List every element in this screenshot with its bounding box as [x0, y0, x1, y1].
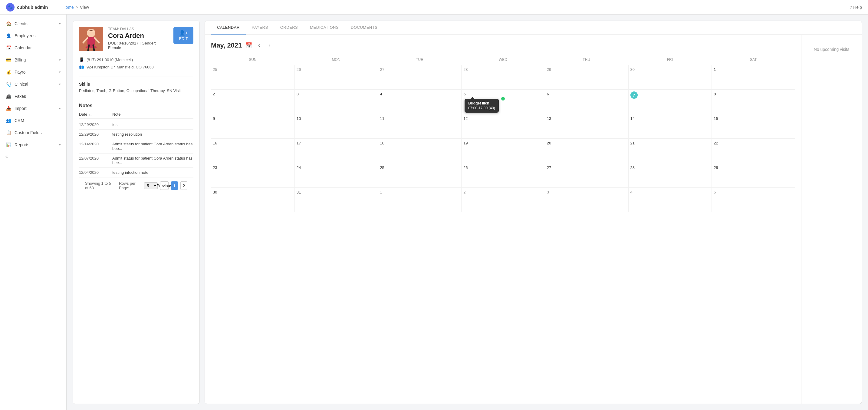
cal-cell-may12[interactable]: 12	[461, 114, 545, 138]
table-row: 12/29/2020 test	[79, 120, 193, 129]
topbar-left: 🐾 cubhub admin Home > View	[6, 3, 89, 11]
cal-cell-may14[interactable]: 14	[628, 114, 712, 138]
cal-cell-apr27[interactable]: 27	[378, 65, 461, 89]
note-text-1: test	[112, 122, 193, 127]
cal-cell-may30[interactable]: 30	[211, 188, 294, 212]
contact-phone-row: 📱 (817) 291-0010 (Mom cell)	[79, 57, 193, 62]
cal-cell-may13[interactable]: 13	[545, 114, 628, 138]
calendar-grid: SUN MON TUE WED THU FRI SAT 25 26 2	[211, 56, 795, 212]
cal-cell-apr28[interactable]: 28	[461, 65, 545, 89]
previous-button[interactable]: Previous	[160, 181, 168, 190]
cal-cell-jun3[interactable]: 3	[545, 188, 628, 212]
calendar-icon: 📅	[5, 45, 11, 51]
sidebar-item-reports[interactable]: 📊 Reports ▾	[0, 139, 66, 151]
cal-cell-may6[interactable]: 6	[545, 90, 628, 114]
notes-table-header: Date ↑↓ Note	[79, 112, 193, 119]
cal-cell-may27[interactable]: 27	[545, 163, 628, 187]
cal-cell-may24[interactable]: 24	[294, 163, 378, 187]
cal-cell-may11[interactable]: 11	[378, 114, 461, 138]
logo-icon: 🐾	[6, 3, 14, 11]
patient-info: TEAM: DALLAS Cora Arden DOB: 04/16/2017 …	[108, 27, 168, 50]
cal-cell-may16[interactable]: 16	[211, 139, 294, 163]
svg-line-5	[88, 45, 89, 51]
cal-cell-may20[interactable]: 20	[545, 139, 628, 163]
cal-cell-apr25[interactable]: 25	[211, 65, 294, 89]
note-date-4: 12/07/2020	[79, 156, 112, 165]
rows-per-page-select[interactable]: 5 10 25	[144, 182, 158, 189]
topbar: 🐾 cubhub admin Home > View ? Help	[0, 0, 868, 14]
cal-cell-apr26[interactable]: 26	[294, 65, 378, 89]
cal-cell-may5[interactable]: 5 Bridget Ilich 07:00-17:00 (40)	[461, 90, 545, 114]
cal-cell-may10[interactable]: 10	[294, 114, 378, 138]
cal-cell-apr30[interactable]: 30	[628, 65, 712, 89]
cal-cell-jun4[interactable]: 4	[628, 188, 712, 212]
cal-cell-jun5[interactable]: 5	[712, 188, 795, 212]
day-header-fri: FRI	[628, 56, 712, 64]
patient-dob: DOB: 04/16/2017 | Gender: Female	[108, 41, 168, 50]
cal-cell-may18[interactable]: 18	[378, 139, 461, 163]
day-header-sat: SAT	[712, 56, 795, 64]
sidebar-item-import[interactable]: 📥 Import ▾	[0, 102, 66, 114]
tooltip-time: 07:00-17:00 (40)	[468, 106, 495, 110]
cal-cell-may7[interactable]: 7	[628, 90, 712, 114]
edit-button[interactable]: 👤+ EDIT	[174, 27, 193, 44]
edit-icon: 👤+	[179, 30, 188, 36]
cal-cell-jun1[interactable]: 1	[378, 188, 461, 212]
sidebar-item-employees[interactable]: 👤 Employees	[0, 30, 66, 42]
sidebar-item-custom-fields[interactable]: 📋 Custom Fields	[0, 126, 66, 139]
cal-cell-may15[interactable]: 15	[712, 114, 795, 138]
page-1-button[interactable]: 1	[171, 181, 178, 190]
sidebar-label-reports: Reports	[14, 142, 56, 147]
sidebar-item-clients[interactable]: 🏠 Clients ▾	[0, 18, 66, 30]
tab-documents[interactable]: DOCUMENTS	[345, 21, 383, 34]
notes-table: Date ↑↓ Note 12/29/2020 test 12/29/2020 …	[79, 112, 193, 177]
table-row: 12/29/2020 testing resolution	[79, 129, 193, 139]
sidebar-label-clinical: Clinical	[14, 82, 56, 87]
cal-cell-may22[interactable]: 22	[712, 139, 795, 163]
cal-cell-may21[interactable]: 21	[628, 139, 712, 163]
cal-cell-may23[interactable]: 23	[211, 163, 294, 187]
calendar-picker-icon[interactable]: 📅	[245, 42, 252, 49]
employees-icon: 👤	[5, 33, 11, 39]
cal-cell-may4[interactable]: 4	[378, 90, 461, 114]
sidebar-item-payroll[interactable]: 💰 Payroll ▾	[0, 66, 66, 78]
breadcrumb-home[interactable]: Home	[63, 5, 74, 10]
cal-cell-may25[interactable]: 25	[378, 163, 461, 187]
right-panel: CALENDAR PAYERS ORDERS MEDICATIONS DOCUM…	[205, 21, 862, 404]
no-visits-panel: No upcoming visits	[801, 35, 862, 404]
cal-cell-may17[interactable]: 17	[294, 139, 378, 163]
sidebar-item-billing[interactable]: 💳 Billing ▾	[0, 54, 66, 66]
calendar-prev-button[interactable]: ‹	[256, 41, 262, 50]
clinical-icon: 🩺	[5, 81, 11, 87]
cal-cell-may9[interactable]: 9	[211, 114, 294, 138]
sidebar-item-calendar[interactable]: 📅 Calendar	[0, 42, 66, 54]
notes-title: Notes	[79, 103, 193, 109]
cal-cell-may31[interactable]: 31	[294, 188, 378, 212]
cal-cell-may26[interactable]: 26	[461, 163, 545, 187]
event-dot-may5	[501, 97, 505, 100]
tab-payers[interactable]: PAYERS	[246, 21, 274, 34]
sidebar-item-clinical[interactable]: 🩺 Clinical ▾	[0, 78, 66, 90]
cal-cell-may2[interactable]: 2	[211, 90, 294, 114]
calendar-next-button[interactable]: ›	[266, 41, 273, 50]
cal-cell-may3[interactable]: 3	[294, 90, 378, 114]
cal-cell-may28[interactable]: 28	[628, 163, 712, 187]
calendar-header: May, 2021 📅 ‹ ›	[211, 41, 795, 50]
cal-cell-may8[interactable]: 8	[712, 90, 795, 114]
sidebar-item-faxes[interactable]: 📠 Faxes	[0, 90, 66, 102]
cal-cell-apr29[interactable]: 29	[545, 65, 628, 89]
sidebar-collapse-button[interactable]: «	[0, 151, 66, 162]
sidebar-label-payroll: Payroll	[14, 70, 56, 75]
tab-orders[interactable]: ORDERS	[274, 21, 304, 34]
tab-calendar[interactable]: CALENDAR	[211, 21, 246, 34]
tab-medications[interactable]: MEDICATIONS	[304, 21, 345, 34]
cal-cell-may1[interactable]: 1	[712, 65, 795, 89]
cal-cell-may19[interactable]: 19	[461, 139, 545, 163]
import-icon: 📥	[5, 106, 11, 111]
cal-cell-may29[interactable]: 29	[712, 163, 795, 187]
next-page-button[interactable]: 2	[180, 181, 187, 190]
help-link[interactable]: ? Help	[850, 5, 862, 10]
cal-cell-jun2[interactable]: 2	[461, 188, 545, 212]
sidebar-item-crm[interactable]: 👥 CRM	[0, 114, 66, 126]
sort-icon[interactable]: ↑↓	[88, 113, 92, 116]
